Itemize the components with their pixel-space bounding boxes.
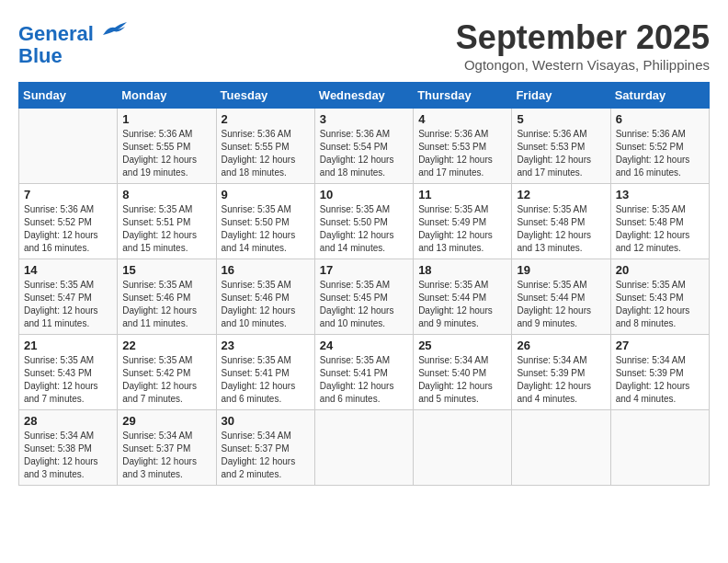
col-header-tuesday: Tuesday — [216, 83, 314, 109]
day-info: Sunrise: 5:36 AM Sunset: 5:54 PM Dayligh… — [320, 128, 408, 179]
week-row-4: 21Sunrise: 5:35 AM Sunset: 5:43 PM Dayli… — [19, 335, 710, 410]
day-info: Sunrise: 5:35 AM Sunset: 5:51 PM Dayligh… — [122, 203, 210, 255]
logo-text: General Blue — [18, 18, 129, 67]
calendar-cell: 20Sunrise: 5:35 AM Sunset: 5:43 PM Dayli… — [610, 259, 709, 335]
day-info: Sunrise: 5:36 AM Sunset: 5:53 PM Dayligh… — [418, 128, 506, 179]
calendar-cell: 14Sunrise: 5:35 AM Sunset: 5:47 PM Dayli… — [19, 259, 118, 335]
week-row-2: 7Sunrise: 5:36 AM Sunset: 5:52 PM Daylig… — [19, 184, 710, 259]
day-number: 9 — [222, 188, 310, 201]
calendar-cell: 21Sunrise: 5:35 AM Sunset: 5:43 PM Dayli… — [19, 335, 118, 410]
logo-blue: Blue — [18, 44, 63, 67]
calendar-cell — [414, 410, 512, 486]
calendar-cell: 8Sunrise: 5:35 AM Sunset: 5:51 PM Daylig… — [118, 184, 216, 259]
day-number: 12 — [517, 188, 605, 201]
calendar-cell: 1Sunrise: 5:36 AM Sunset: 5:55 PM Daylig… — [118, 109, 216, 184]
calendar-cell: 12Sunrise: 5:35 AM Sunset: 5:48 PM Dayli… — [512, 184, 610, 259]
logo: General Blue — [18, 18, 129, 67]
calendar-cell: 27Sunrise: 5:34 AM Sunset: 5:39 PM Dayli… — [610, 335, 709, 410]
calendar-cell: 10Sunrise: 5:35 AM Sunset: 5:50 PM Dayli… — [314, 184, 413, 259]
day-info: Sunrise: 5:35 AM Sunset: 5:41 PM Dayligh… — [222, 354, 310, 406]
day-info: Sunrise: 5:35 AM Sunset: 5:46 PM Dayligh… — [222, 279, 310, 330]
day-number: 1 — [122, 112, 210, 126]
day-number: 24 — [320, 339, 408, 352]
col-header-friday: Friday — [512, 83, 610, 109]
calendar-cell: 25Sunrise: 5:34 AM Sunset: 5:40 PM Dayli… — [414, 335, 512, 410]
page-header: General Blue September 2025 Ogtongon, We… — [18, 18, 710, 73]
calendar-cell: 26Sunrise: 5:34 AM Sunset: 5:39 PM Dayli… — [512, 335, 610, 410]
week-row-5: 28Sunrise: 5:34 AM Sunset: 5:38 PM Dayli… — [19, 410, 710, 486]
day-info: Sunrise: 5:36 AM Sunset: 5:52 PM Dayligh… — [24, 203, 112, 255]
day-number: 28 — [24, 414, 112, 428]
title-block: September 2025 Ogtongon, Western Visayas… — [456, 18, 710, 73]
week-row-3: 14Sunrise: 5:35 AM Sunset: 5:47 PM Dayli… — [19, 259, 710, 335]
day-number: 30 — [222, 414, 310, 428]
calendar-cell — [610, 410, 709, 486]
day-number: 15 — [122, 263, 210, 277]
col-header-monday: Monday — [118, 83, 216, 109]
calendar-cell: 17Sunrise: 5:35 AM Sunset: 5:45 PM Dayli… — [314, 259, 413, 335]
calendar-cell: 23Sunrise: 5:35 AM Sunset: 5:41 PM Dayli… — [216, 335, 314, 410]
logo-bird-icon — [101, 18, 129, 40]
day-number: 11 — [418, 188, 506, 201]
day-info: Sunrise: 5:35 AM Sunset: 5:43 PM Dayligh… — [616, 279, 704, 330]
week-row-1: 1Sunrise: 5:36 AM Sunset: 5:55 PM Daylig… — [19, 109, 710, 184]
day-info: Sunrise: 5:35 AM Sunset: 5:44 PM Dayligh… — [418, 279, 506, 330]
day-number: 3 — [320, 112, 408, 126]
day-number: 14 — [24, 263, 112, 277]
calendar-cell: 15Sunrise: 5:35 AM Sunset: 5:46 PM Dayli… — [118, 259, 216, 335]
day-number: 17 — [320, 263, 408, 277]
day-number: 7 — [24, 188, 112, 201]
calendar-table: SundayMondayTuesdayWednesdayThursdayFrid… — [18, 82, 710, 486]
day-info: Sunrise: 5:35 AM Sunset: 5:46 PM Dayligh… — [122, 279, 210, 330]
calendar-cell: 28Sunrise: 5:34 AM Sunset: 5:38 PM Dayli… — [19, 410, 118, 486]
calendar-cell: 30Sunrise: 5:34 AM Sunset: 5:37 PM Dayli… — [216, 410, 314, 486]
day-info: Sunrise: 5:35 AM Sunset: 5:43 PM Dayligh… — [24, 354, 112, 406]
calendar-cell: 2Sunrise: 5:36 AM Sunset: 5:55 PM Daylig… — [216, 109, 314, 184]
day-info: Sunrise: 5:36 AM Sunset: 5:55 PM Dayligh… — [222, 128, 310, 179]
day-number: 21 — [24, 339, 112, 352]
day-info: Sunrise: 5:34 AM Sunset: 5:37 PM Dayligh… — [122, 430, 210, 481]
day-number: 27 — [616, 339, 704, 352]
day-info: Sunrise: 5:35 AM Sunset: 5:48 PM Dayligh… — [517, 203, 605, 255]
calendar-cell: 7Sunrise: 5:36 AM Sunset: 5:52 PM Daylig… — [19, 184, 118, 259]
day-number: 6 — [616, 112, 704, 126]
day-info: Sunrise: 5:34 AM Sunset: 5:40 PM Dayligh… — [418, 354, 506, 406]
calendar-cell — [314, 410, 413, 486]
day-number: 13 — [616, 188, 704, 201]
day-info: Sunrise: 5:36 AM Sunset: 5:53 PM Dayligh… — [517, 128, 605, 179]
day-info: Sunrise: 5:34 AM Sunset: 5:38 PM Dayligh… — [24, 430, 112, 481]
calendar-cell — [512, 410, 610, 486]
day-number: 2 — [222, 112, 310, 126]
day-info: Sunrise: 5:34 AM Sunset: 5:37 PM Dayligh… — [222, 430, 310, 481]
calendar-cell: 16Sunrise: 5:35 AM Sunset: 5:46 PM Dayli… — [216, 259, 314, 335]
day-number: 18 — [418, 263, 506, 277]
logo-general: General — [18, 22, 94, 45]
day-number: 16 — [222, 263, 310, 277]
day-info: Sunrise: 5:35 AM Sunset: 5:42 PM Dayligh… — [122, 354, 210, 406]
day-number: 19 — [517, 263, 605, 277]
day-info: Sunrise: 5:36 AM Sunset: 5:55 PM Dayligh… — [122, 128, 210, 179]
day-info: Sunrise: 5:34 AM Sunset: 5:39 PM Dayligh… — [517, 354, 605, 406]
day-info: Sunrise: 5:35 AM Sunset: 5:47 PM Dayligh… — [24, 279, 112, 330]
calendar-cell — [19, 109, 118, 184]
calendar-cell: 11Sunrise: 5:35 AM Sunset: 5:49 PM Dayli… — [414, 184, 512, 259]
calendar-cell: 5Sunrise: 5:36 AM Sunset: 5:53 PM Daylig… — [512, 109, 610, 184]
day-number: 8 — [122, 188, 210, 201]
day-info: Sunrise: 5:35 AM Sunset: 5:49 PM Dayligh… — [418, 203, 506, 255]
col-header-saturday: Saturday — [610, 83, 709, 109]
day-number: 10 — [320, 188, 408, 201]
day-number: 25 — [418, 339, 506, 352]
calendar-cell: 19Sunrise: 5:35 AM Sunset: 5:44 PM Dayli… — [512, 259, 610, 335]
day-info: Sunrise: 5:35 AM Sunset: 5:45 PM Dayligh… — [320, 279, 408, 330]
col-header-sunday: Sunday — [19, 83, 118, 109]
calendar-cell: 22Sunrise: 5:35 AM Sunset: 5:42 PM Dayli… — [118, 335, 216, 410]
day-info: Sunrise: 5:35 AM Sunset: 5:50 PM Dayligh… — [320, 203, 408, 255]
day-info: Sunrise: 5:34 AM Sunset: 5:39 PM Dayligh… — [616, 354, 704, 406]
calendar-cell: 13Sunrise: 5:35 AM Sunset: 5:48 PM Dayli… — [610, 184, 709, 259]
day-info: Sunrise: 5:35 AM Sunset: 5:44 PM Dayligh… — [517, 279, 605, 330]
col-header-thursday: Thursday — [414, 83, 512, 109]
calendar-cell: 29Sunrise: 5:34 AM Sunset: 5:37 PM Dayli… — [118, 410, 216, 486]
day-info: Sunrise: 5:35 AM Sunset: 5:41 PM Dayligh… — [320, 354, 408, 406]
calendar-cell: 18Sunrise: 5:35 AM Sunset: 5:44 PM Dayli… — [414, 259, 512, 335]
day-info: Sunrise: 5:36 AM Sunset: 5:52 PM Dayligh… — [616, 128, 704, 179]
